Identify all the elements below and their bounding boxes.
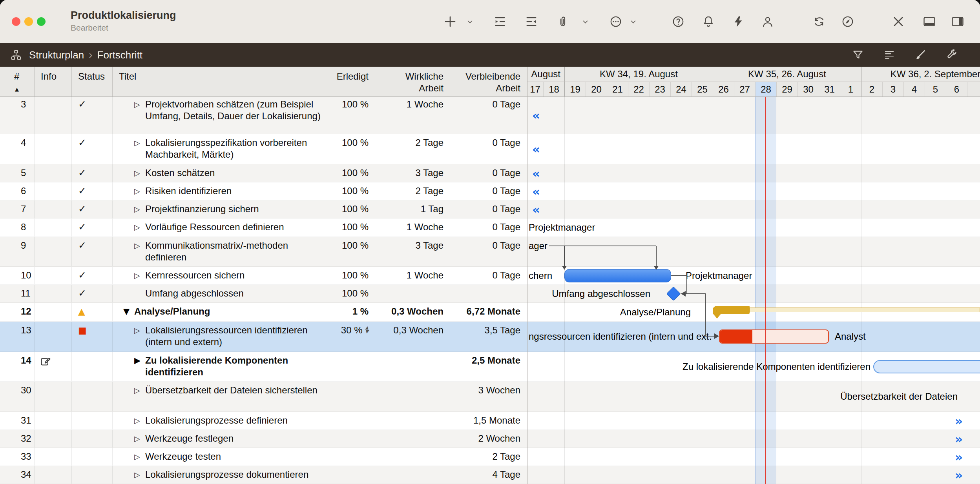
table-row[interactable]: 30 ▷Übersetzbarkeit der Dateien sicherst… — [0, 382, 980, 412]
done-cell[interactable] — [328, 352, 375, 381]
title-cell[interactable]: ▷Werkzeuge festlegen — [113, 430, 328, 448]
toggle-right-panel-button[interactable] — [949, 13, 967, 31]
bar-offscreen-left-icon[interactable]: « — [532, 204, 540, 215]
disclosure-triangle-icon[interactable]: ▷ — [134, 433, 145, 448]
column-header-actual-work[interactable]: Wirkliche Arbeit — [375, 67, 450, 96]
remaining-work-cell[interactable] — [450, 285, 527, 302]
done-cell[interactable]: 100 % — [328, 285, 375, 302]
disclosure-triangle-icon[interactable]: ▷ — [134, 269, 145, 284]
disclosure-triangle-icon[interactable]: ▷ — [134, 324, 145, 351]
breadcrumb-section[interactable]: Strukturplan — [29, 49, 84, 61]
title-cell[interactable]: ▷Risiken identifizieren — [113, 182, 328, 200]
attachment-chevron-icon[interactable] — [582, 18, 589, 25]
actual-work-cell[interactable]: 0,3 Wochen — [375, 303, 450, 321]
table-row[interactable]: 32 ▷Werkzeuge festlegen 2 Wochen » — [0, 430, 980, 448]
title-cell[interactable]: ▷Projektvorhaben schätzen (zum Beispiel … — [113, 97, 328, 134]
disclosure-triangle-icon[interactable]: ▷ — [134, 384, 145, 411]
actual-work-cell[interactable]: 2 Tage — [375, 182, 450, 200]
resources-person-button[interactable] — [759, 13, 777, 31]
column-header-status[interactable]: Status — [72, 67, 113, 96]
gantt-group-bar[interactable] — [713, 305, 980, 319]
remaining-work-cell[interactable]: 0 Tage — [450, 182, 527, 200]
table-row[interactable]: 10 ✓ ▷Kernressourcen sichern 100 % 1 Woc… — [0, 267, 980, 285]
sync-button[interactable] — [810, 13, 828, 31]
actual-work-cell[interactable]: 1 Woche — [375, 218, 450, 237]
remaining-work-cell[interactable]: 0 Tage — [450, 267, 527, 284]
remaining-work-cell[interactable]: 3 Wochen — [450, 382, 527, 411]
title-cell[interactable]: ▷Lokalisierungsprozesse dokumentieren — [113, 466, 328, 484]
actual-work-cell[interactable] — [375, 412, 450, 429]
actual-work-cell[interactable]: 1 Tag — [375, 200, 450, 218]
notifications-bell-button[interactable] — [699, 13, 717, 31]
title-cell[interactable]: ▷Werkzeuge testen — [113, 448, 328, 466]
remaining-work-cell[interactable]: 6,72 Monate — [450, 303, 527, 321]
disclosure-triangle-icon[interactable]: ▷ — [134, 415, 145, 429]
attachment-button[interactable] — [554, 13, 572, 31]
table-row-group[interactable]: 14 ▶Zu lokalisierende Komponenten identi… — [0, 352, 980, 382]
table-row-group[interactable]: 12 ▲ ▼Analyse/Planung 1 % 0,3 Wochen 6,7… — [0, 303, 980, 322]
disclosure-triangle-icon[interactable]: ▷ — [134, 185, 145, 200]
column-header-number[interactable]: # ▲ — [0, 67, 35, 96]
actual-work-cell[interactable] — [375, 430, 450, 448]
title-cell[interactable]: Umfang abgeschlossen — [113, 285, 328, 302]
bar-offscreen-left-icon[interactable]: « — [532, 143, 540, 155]
actual-work-cell[interactable] — [375, 448, 450, 466]
remaining-work-cell[interactable]: 0 Tage — [450, 134, 527, 164]
column-header-remaining-work[interactable]: Verbleibende Arbeit — [450, 67, 527, 96]
title-cell[interactable]: ▷Lokalisierungsspezifikation vorbereiten… — [113, 134, 328, 164]
done-cell[interactable]: 100 % — [328, 267, 375, 284]
remaining-work-cell[interactable]: 2 Wochen — [450, 430, 527, 448]
title-cell[interactable]: ▷Vorläufige Ressourcen definieren — [113, 218, 328, 237]
bar-offscreen-right-icon[interactable]: » — [955, 469, 963, 481]
percent-stepper-control[interactable]: ▲▼ — [365, 324, 369, 351]
zoom-window-button[interactable] — [37, 17, 46, 26]
disclosure-triangle-icon[interactable]: ▷ — [134, 167, 145, 182]
gantt-task-bar-in-progress[interactable] — [719, 329, 829, 344]
disclosure-triangle-icon[interactable]: ▷ — [134, 451, 145, 466]
table-row-selected[interactable]: 13 ■ ▷Lokalisierungsressourcen identifiz… — [0, 322, 980, 352]
bar-offscreen-left-icon[interactable]: « — [532, 167, 540, 179]
actual-work-cell[interactable] — [375, 382, 450, 411]
actual-work-cell[interactable] — [375, 285, 450, 302]
disclosure-open-icon[interactable]: ▼ — [123, 306, 134, 321]
stepper-down-icon[interactable]: ▼ — [365, 330, 369, 334]
title-cell[interactable]: ▷Kommunikationsmatrix/-methoden definier… — [113, 237, 328, 266]
bar-offscreen-right-icon[interactable]: » — [955, 433, 963, 445]
actual-work-cell[interactable]: 2 Tage — [375, 134, 450, 164]
table-row[interactable]: 4 ✓ ▷Lokalisierungsspezifikation vorbere… — [0, 134, 980, 164]
help-button[interactable] — [669, 13, 687, 31]
done-cell[interactable]: 100 % — [328, 200, 375, 218]
bar-offscreen-right-icon[interactable]: » — [955, 415, 963, 427]
done-cell[interactable] — [328, 430, 375, 448]
title-cell[interactable]: ▷Lokalisierungsressourcen identifizieren… — [113, 322, 328, 351]
remaining-work-cell[interactable]: 0 Tage — [450, 200, 527, 218]
disclosure-triangle-icon[interactable]: ▷ — [134, 221, 145, 237]
tools-button[interactable] — [889, 13, 907, 31]
actual-work-cell[interactable]: 1 Woche — [375, 267, 450, 284]
add-item-chevron-icon[interactable] — [467, 18, 474, 25]
title-cell[interactable]: ▷Projektfinanzierung sichern — [113, 200, 328, 218]
title-cell[interactable]: ▷Kosten schätzen — [113, 164, 328, 182]
gantt-task-bar[interactable] — [564, 269, 671, 282]
table-gantt-divider[interactable] — [527, 67, 527, 484]
web-publish-button[interactable] — [839, 13, 857, 31]
edit-note-icon[interactable] — [40, 355, 51, 369]
done-cell[interactable]: 100 % — [328, 134, 375, 164]
remaining-work-cell[interactable]: 0 Tage — [450, 164, 527, 182]
done-cell[interactable] — [328, 382, 375, 411]
remaining-work-cell[interactable]: 3,5 Tage — [450, 322, 527, 351]
filter-funnel-button[interactable] — [850, 48, 866, 62]
table-row[interactable]: 9 ✓ ▷Kommunikationsmatrix/-methoden defi… — [0, 237, 980, 267]
quick-actions-bolt-button[interactable] — [729, 13, 747, 31]
table-row[interactable]: 31 ▷Lokalisierungsprozesse definieren 1,… — [0, 412, 980, 430]
disclosure-closed-icon[interactable]: ▶ — [134, 355, 145, 381]
done-cell[interactable] — [328, 466, 375, 484]
title-cell[interactable]: ▷Kernressourcen sichern — [113, 267, 328, 284]
disclosure-triangle-icon[interactable]: ▷ — [134, 98, 145, 134]
column-header-info[interactable]: Info — [35, 67, 72, 96]
disclosure-triangle-icon[interactable]: ▷ — [134, 137, 145, 164]
table-row[interactable]: 34 ▷Lokalisierungsprozesse dokumentieren… — [0, 466, 980, 484]
table-row[interactable]: 3 ✓ ▷Projektvorhaben schätzen (zum Beisp… — [0, 97, 980, 134]
bar-offscreen-left-icon[interactable]: « — [532, 186, 540, 197]
style-brush-button[interactable] — [912, 48, 928, 62]
